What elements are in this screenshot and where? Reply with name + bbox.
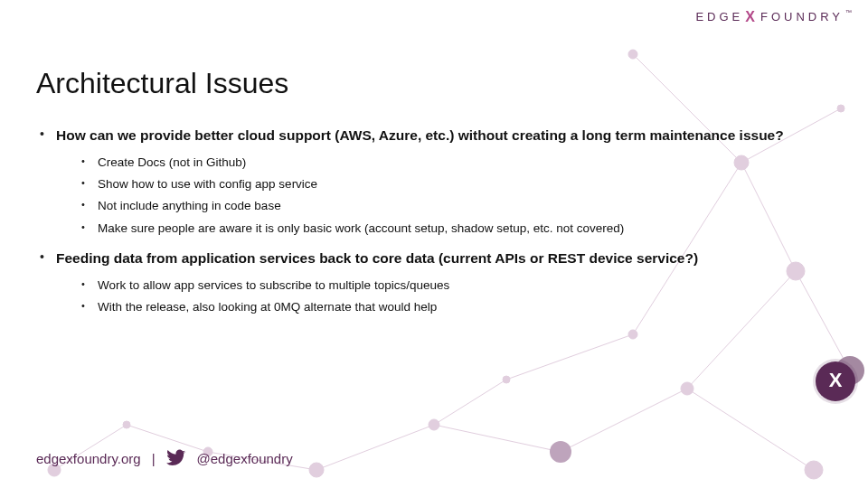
- svg-point-28: [123, 421, 130, 428]
- svg-point-24: [503, 376, 510, 383]
- svg-point-15: [628, 50, 637, 59]
- svg-point-17: [837, 105, 844, 112]
- svg-line-5: [561, 389, 687, 452]
- x-badge-icon: X: [816, 361, 855, 401]
- footer: edgexfoundry.org | @edgexfoundry: [36, 448, 293, 468]
- brand-right: FOUNDRY: [760, 10, 844, 23]
- brand-left: EDGE: [695, 10, 743, 23]
- sub-bullet: Not include anything in code base: [80, 198, 832, 214]
- svg-line-13: [506, 334, 633, 380]
- footer-site: edgexfoundry.org: [36, 451, 141, 466]
- bullet-text: How can we provide better cloud support …: [56, 127, 832, 145]
- footer-separator: |: [152, 451, 156, 466]
- svg-line-9: [434, 380, 506, 425]
- svg-line-7: [434, 425, 561, 452]
- sub-bullet: With the release, also looking at 0MQ al…: [80, 299, 832, 315]
- footer-handle: @edgexfoundry: [197, 451, 293, 466]
- sub-bullet: Show how to use with config app service: [80, 176, 832, 192]
- slide-title: Architectural Issues: [36, 67, 288, 100]
- svg-point-22: [550, 441, 571, 463]
- svg-point-21: [805, 461, 823, 479]
- svg-line-8: [316, 425, 434, 470]
- sub-bullet: Make sure people are aware it is only ba…: [80, 221, 832, 237]
- svg-point-23: [429, 419, 439, 430]
- brand-tm: ™: [845, 9, 852, 15]
- svg-line-6: [687, 389, 814, 470]
- brand-logo: EDGEXFOUNDRY™: [695, 9, 852, 25]
- sub-bullet: Create Docs (not in Github): [80, 155, 832, 171]
- svg-point-20: [681, 382, 693, 395]
- brand-x: X: [745, 9, 759, 24]
- svg-point-26: [309, 463, 324, 477]
- slide-content: How can we provide better cloud support …: [36, 127, 832, 328]
- sub-bullet: Work to allow app services to subscribe …: [80, 277, 832, 294]
- bullet-item: How can we provide better cloud support …: [36, 127, 832, 237]
- twitter-icon: [166, 448, 186, 468]
- svg-point-25: [628, 330, 637, 339]
- bullet-text: Feeding data from application services b…: [56, 249, 832, 268]
- bullet-item: Feeding data from application services b…: [36, 249, 832, 315]
